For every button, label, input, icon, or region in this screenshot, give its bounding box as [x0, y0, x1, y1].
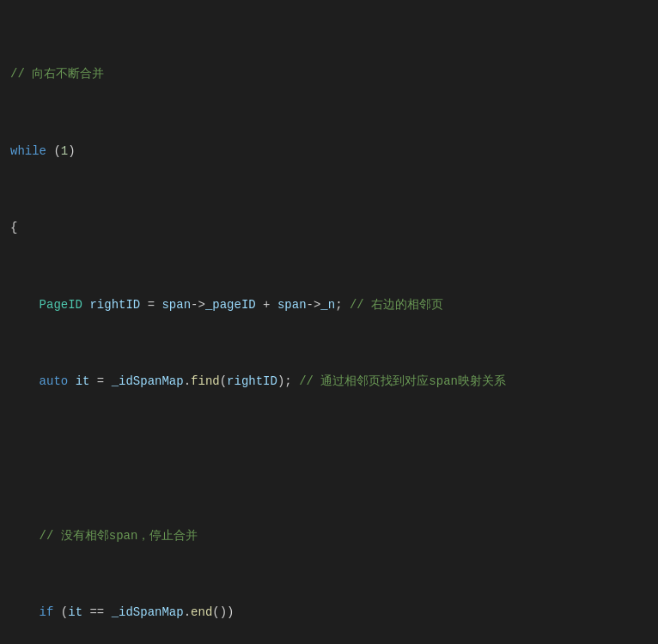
code-line-4: PageID rightID = span->_pageID + span->_…	[10, 295, 648, 314]
code-line-1: // 向右不断合并	[10, 64, 648, 83]
code-line-2: while (1)	[10, 142, 648, 161]
code-line-8: if (it == _idSpanMap.end())	[10, 603, 648, 622]
code-line-6	[10, 449, 648, 468]
code-block: // 向右不断合并 while (1) { PageID rightID = s…	[0, 0, 658, 644]
code-line-7: // 没有相邻span，停止合并	[10, 526, 648, 545]
code-line-3: {	[10, 218, 648, 237]
code-line-5: auto it = _idSpanMap.find(rightID); // 通…	[10, 372, 648, 391]
